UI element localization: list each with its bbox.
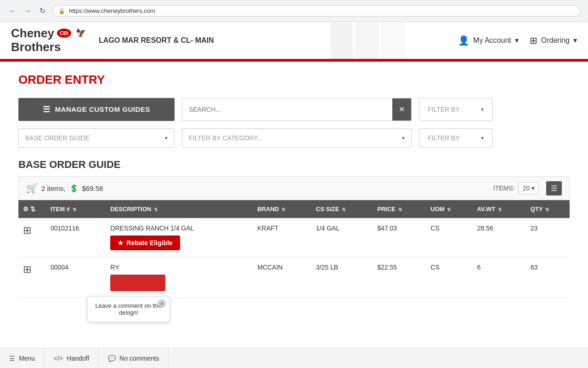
items-count: 2 items, bbox=[41, 184, 66, 192]
my-account-label: My Account bbox=[473, 36, 511, 45]
ordering-chevron-icon: ▾ bbox=[573, 36, 577, 45]
logo-area: Cheney CBI 🦅 Brothers LAGO MAR RESORT & … bbox=[11, 27, 214, 54]
grid-icon: ⊞ bbox=[530, 35, 537, 46]
base-order-chevron-icon: ▾ bbox=[165, 135, 168, 141]
row1-cs-size: 1/4 GAL bbox=[311, 218, 373, 257]
row2-cs-size: 3/25 LB bbox=[311, 257, 373, 298]
forward-button[interactable]: → bbox=[22, 6, 33, 17]
col-brand[interactable]: BRAND ⇅ bbox=[253, 200, 311, 218]
section-title: BASE ORDER GUIDE bbox=[18, 159, 570, 171]
order-table: ⚙ ⇅ ITEM # ⇅ DESCRIPTION ⇅ BRAND ⇅ CS SI… bbox=[18, 200, 570, 298]
browser-nav: ← → ↻ bbox=[7, 6, 48, 17]
settings-sort-icon: ⇅ bbox=[30, 206, 35, 213]
search-clear-button[interactable]: ✕ bbox=[392, 98, 411, 121]
row1-qr: ⊞ bbox=[18, 218, 46, 257]
row2-item-num: 00004 bbox=[46, 257, 106, 298]
rebate-eligible-button[interactable]: ★ Rebate Eligible bbox=[110, 236, 180, 250]
qr-icon: ⊞ bbox=[23, 224, 31, 236]
back-button[interactable]: ← bbox=[7, 6, 18, 17]
filter-by-brand-select[interactable]: FILTER BY ▾ bbox=[419, 128, 492, 148]
address-bar[interactable]: 🔒 https://www.cheneybrothers.com bbox=[52, 5, 581, 17]
filter-by-label: FILTER BY bbox=[428, 106, 460, 113]
filter-category-label: FILTER BY CATEGORY... bbox=[189, 134, 263, 142]
cart-summary: 🛒 2 items, 💲 $69.58 bbox=[26, 183, 103, 194]
my-account-chevron-icon: ▾ bbox=[515, 36, 519, 45]
settings-icon: ⚙ bbox=[23, 206, 28, 213]
filter-chevron-icon: ▾ bbox=[481, 106, 484, 113]
manage-guides-label: MANAGE CUSTOM GUIDES bbox=[55, 105, 150, 113]
col-cs-size[interactable]: CS SIZE ⇅ bbox=[311, 200, 373, 218]
manage-guides-button[interactable]: ☰ MANAGE CUSTOM GUIDES bbox=[18, 98, 175, 121]
list-icon: ☰ bbox=[43, 104, 51, 115]
ordering-button[interactable]: ⊞ Ordering ▾ bbox=[530, 35, 577, 46]
table-row: ⊞ 00102116 DRESSING RANCH 1/4 GAL ★ Reba… bbox=[18, 218, 570, 257]
row1-qty: 23 bbox=[526, 218, 570, 257]
star-icon: ★ bbox=[118, 239, 124, 247]
table-row: ⊞ 00004 RY MCCAIN 3/25 LB $22.55 CS 6 63 bbox=[18, 257, 570, 298]
my-account-button[interactable]: 👤 My Account ▾ bbox=[458, 35, 519, 46]
row2-qty: 63 bbox=[526, 257, 570, 298]
ordering-label: Ordering bbox=[541, 36, 570, 45]
row1-item-num: 00102116 bbox=[46, 218, 106, 257]
row2-qr: ⊞ bbox=[18, 257, 46, 298]
row2-price: $22.55 bbox=[373, 257, 426, 298]
tooltip: × Leave a comment on this design! bbox=[87, 296, 170, 298]
filter-category-select[interactable]: FILTER BY CATEGORY... ▾ bbox=[182, 128, 412, 148]
items-per-page: ITEMS: 20 ▾ ☰ bbox=[493, 181, 562, 196]
logo: Cheney CBI 🦅 Brothers bbox=[11, 27, 86, 54]
brand-sort-icon: ⇅ bbox=[282, 207, 285, 212]
site-header: Cheney CBI 🦅 Brothers LAGO MAR RESORT & … bbox=[0, 22, 588, 60]
logo-brothers: Brothers bbox=[11, 40, 61, 54]
base-order-guide-label: BASE ORDER GUIDE bbox=[25, 134, 90, 142]
logo-text: Cheney bbox=[11, 27, 54, 40]
browser-chrome: ← → ↻ 🔒 https://www.cheneybrothers.com bbox=[0, 0, 588, 22]
filter-by-button[interactable]: FILTER BY ▾ bbox=[419, 98, 492, 121]
col-price[interactable]: PRICE ⇅ bbox=[373, 200, 426, 218]
user-icon: 👤 bbox=[458, 35, 469, 46]
filter-category-chevron-icon: ▾ bbox=[402, 135, 405, 141]
col-qty[interactable]: QTY ⇅ bbox=[526, 200, 570, 218]
filter-by-brand-label: FILTER BY bbox=[428, 134, 460, 142]
col-item-num[interactable]: ITEM # ⇅ bbox=[46, 200, 106, 218]
list-view-button[interactable]: ☰ bbox=[546, 181, 562, 196]
main-content: ORDER ENTRY ☰ MANAGE CUSTOM GUIDES ✕ FIL… bbox=[0, 62, 588, 298]
location-text: LAGO MAR RESORT & CL- MAIN bbox=[99, 36, 214, 45]
row1-price: $47.03 bbox=[373, 218, 426, 257]
refresh-button[interactable]: ↻ bbox=[37, 6, 48, 17]
toolbar-row: ☰ MANAGE CUSTOM GUIDES ✕ FILTER BY ▾ bbox=[18, 98, 570, 121]
dollar-icon: 💲 bbox=[69, 184, 79, 193]
qty-sort-icon: ⇅ bbox=[545, 207, 549, 212]
page-title: ORDER ENTRY bbox=[18, 73, 570, 87]
filter-row: BASE ORDER GUIDE ▾ FILTER BY CATEGORY...… bbox=[18, 128, 570, 148]
url-text: https://www.cheneybrothers.com bbox=[69, 7, 155, 14]
search-wrapper: ✕ bbox=[182, 98, 412, 121]
av-wt-sort-icon: ⇅ bbox=[498, 207, 502, 212]
row2-uom: CS bbox=[426, 257, 472, 298]
items-select-chevron-icon: ▾ bbox=[531, 184, 535, 192]
item-num-sort-icon: ⇅ bbox=[73, 207, 76, 212]
row1-brand: KRAFT bbox=[253, 218, 311, 257]
order-summary-bar: 🛒 2 items, 💲 $69.58 ITEMS: 20 ▾ ☰ bbox=[18, 176, 570, 200]
base-order-guide-select[interactable]: BASE ORDER GUIDE ▾ bbox=[18, 128, 175, 148]
col-uom[interactable]: UOM ⇅ bbox=[426, 200, 472, 218]
table-header: ⚙ ⇅ ITEM # ⇅ DESCRIPTION ⇅ BRAND ⇅ CS SI… bbox=[18, 200, 570, 218]
logo-bird-icon: 🦅 bbox=[76, 28, 86, 38]
col-description[interactable]: DESCRIPTION ⇅ bbox=[106, 200, 253, 218]
brand-filter-chevron-icon: ▾ bbox=[481, 135, 484, 141]
items-label: ITEMS: bbox=[493, 184, 515, 192]
lock-icon: 🔒 bbox=[58, 8, 65, 14]
col-av-wt[interactable]: AV.WT ⇅ bbox=[473, 200, 526, 218]
row1-uom: CS bbox=[426, 218, 472, 257]
row2-av-wt: 6 bbox=[473, 257, 526, 298]
row2-brand: MCCAIN bbox=[253, 257, 311, 298]
row2-description: RY bbox=[106, 257, 253, 298]
header-right: 👤 My Account ▾ ⊞ Ordering ▾ bbox=[458, 35, 577, 46]
items-per-page-select[interactable]: 20 ▾ bbox=[518, 182, 539, 194]
description-sort-icon: ⇅ bbox=[154, 207, 158, 212]
row1-av-wt: 28.56 bbox=[473, 218, 526, 257]
table-body: ⊞ 00102116 DRESSING RANCH 1/4 GAL ★ Reba… bbox=[18, 218, 570, 298]
search-input[interactable] bbox=[182, 100, 392, 119]
cs-size-sort-icon: ⇅ bbox=[342, 207, 345, 212]
row1-description: DRESSING RANCH 1/4 GAL ★ Rebate Eligible bbox=[106, 218, 253, 257]
cart-icon: 🛒 bbox=[26, 183, 38, 194]
